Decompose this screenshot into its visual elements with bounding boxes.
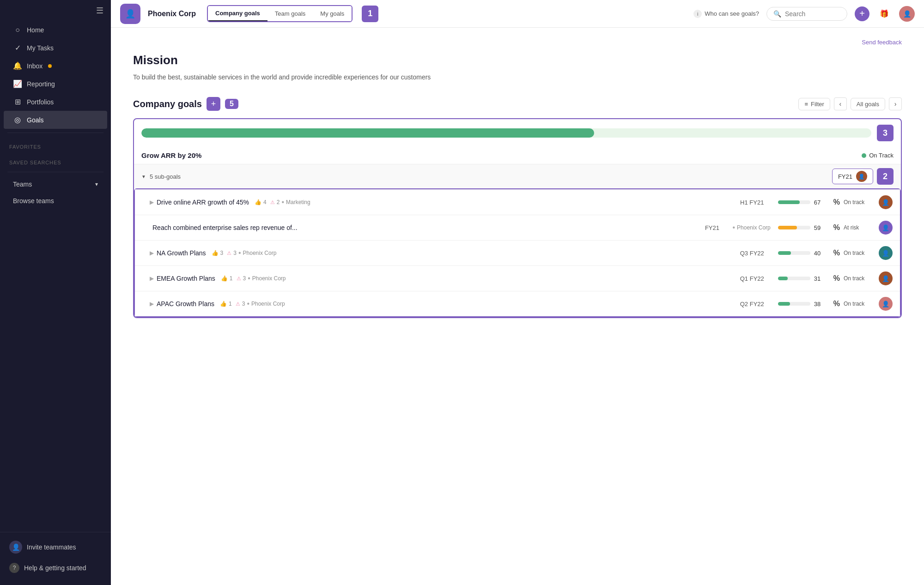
like-icon: 👍 — [212, 250, 219, 256]
sub-goals-label: 5 sub-goals — [150, 173, 181, 180]
sub-goal-warnings: ⚠ 3 — [227, 250, 237, 256]
send-feedback-link[interactable]: Send feedback — [133, 39, 902, 46]
expand-icon[interactable]: ▼ — [141, 174, 146, 179]
filter-button[interactable]: ≡ Filter — [798, 98, 830, 110]
org-name: Phoenix Corp — [148, 10, 196, 18]
tab-my-goals[interactable]: My goals — [313, 6, 352, 21]
sidebar-teams-section[interactable]: Teams ▾ — [4, 176, 107, 193]
mini-progress-fill — [778, 251, 791, 255]
sub-goal-row-1[interactable]: ▶ Drive online ARR growth of 45% 👍 4 ⚠ 2… — [135, 189, 900, 215]
warning-icon: ⚠ — [237, 276, 241, 282]
sub-goal-row-5[interactable]: ▶ APAC Growth Plans 👍 1 ⚠ 3 • Phoenix Co… — [135, 291, 900, 316]
sub-goal-status: On track — [844, 275, 871, 282]
sub-goal-status: On track — [844, 301, 871, 307]
sidebar-toggle-button[interactable]: ☰ — [96, 6, 103, 16]
next-arrow-button[interactable]: › — [889, 97, 902, 110]
sub-goal-status: At risk — [844, 224, 871, 231]
like-count: 3 — [220, 250, 224, 256]
search-box[interactable]: 🔍 — [766, 7, 847, 21]
sidebar-item-label: Home — [27, 26, 44, 34]
tab-team-goals[interactable]: Team goals — [267, 6, 313, 21]
sub-goal-pct: 31 — [814, 275, 830, 282]
sub-goal-row-4[interactable]: ▶ EMEA Growth Plans 👍 1 ⚠ 3 • Phoenix Co… — [135, 265, 900, 291]
sub-goal-row-2[interactable]: Reach combined enterprise sales rep reve… — [135, 215, 900, 240]
annotation-badge-2: 2 — [877, 168, 894, 185]
warning-icon: ⚠ — [270, 199, 275, 205]
sub-goal-pct: 67 — [814, 199, 830, 206]
expand-icon[interactable]: ▶ — [150, 275, 154, 282]
sub-goal-period: Q3 FY22 — [734, 250, 771, 257]
period-avatar: 👤 — [856, 171, 867, 182]
mini-progress-fill — [778, 226, 797, 229]
notification-icon[interactable]: 🎁 — [877, 6, 892, 21]
sub-goal-name: NA Growth Plans — [157, 249, 206, 257]
warning-count: 3 — [242, 301, 245, 307]
expand-icon[interactable]: ▶ — [150, 301, 154, 307]
warning-count: 2 — [277, 199, 280, 205]
mini-progress-bar — [778, 277, 810, 280]
like-icon: 👍 — [220, 301, 227, 307]
sidebar-item-browse-teams[interactable]: Browse teams — [4, 193, 107, 209]
annotation-badge-3: 3 — [877, 125, 894, 141]
sub-goal-team: Phoenix Corp — [251, 301, 285, 307]
add-goal-button[interactable]: + — [207, 97, 220, 111]
prev-arrow-button[interactable]: ‹ — [834, 97, 847, 110]
sub-goal-period: Q2 FY22 — [734, 301, 771, 308]
like-count: 4 — [263, 199, 267, 205]
goals-header: Company goals + 5 ≡ Filter ‹ All goals › — [133, 97, 902, 111]
sidebar-item-home[interactable]: ○ Home — [4, 21, 107, 39]
sidebar-item-goals[interactable]: ◎ Goals — [4, 111, 107, 129]
filter-label: Filter — [811, 101, 824, 108]
tab-company-goals[interactable]: Company goals — [208, 6, 267, 21]
sub-goal-period: FY21 — [693, 224, 730, 231]
sidebar-bottom: 👤 Invite teammates ? Help & getting star… — [0, 532, 111, 585]
goal-main-row: Grow ARR by 20% On Track — [134, 147, 901, 164]
expand-icon[interactable]: ▶ — [150, 199, 154, 205]
like-count: 1 — [230, 275, 233, 282]
goal-progress-header: 3 — [134, 119, 901, 147]
search-icon: 🔍 — [773, 10, 781, 18]
sidebar-item-label: Reporting — [27, 80, 55, 88]
sub-goal-likes: 👍 3 — [212, 250, 224, 256]
sidebar-item-inbox[interactable]: 🔔 Inbox — [4, 57, 107, 75]
who-can-see-button[interactable]: i Who can see goals? — [693, 10, 759, 18]
goals-icon: ◎ — [13, 115, 22, 124]
sub-goal-likes: 👍 1 — [221, 275, 233, 282]
like-icon: 👍 — [255, 199, 261, 205]
sub-goal-row-3[interactable]: ▶ NA Growth Plans 👍 3 ⚠ 3 • Phoenix Corp… — [135, 240, 900, 265]
sub-goal-progress: 59% At risk — [778, 223, 871, 232]
expand-icon[interactable]: ▶ — [150, 250, 154, 256]
on-track-label: On Track — [869, 152, 894, 159]
help-label: Help & getting started — [24, 564, 86, 572]
favorites-label: Favorites — [0, 137, 111, 152]
inbox-notification-badge — [48, 64, 52, 68]
invite-avatar: 👤 — [9, 541, 22, 554]
sidebar-item-my-tasks[interactable]: ✓ My Tasks — [4, 39, 107, 57]
mini-progress-bar — [778, 200, 810, 204]
sub-goal-name: Reach combined enterprise sales rep reve… — [152, 224, 298, 231]
mini-progress-bar — [778, 251, 810, 255]
sub-goal-avatar: 👤 — [879, 221, 893, 235]
sidebar-item-portfolios[interactable]: ⊞ Portfolios — [4, 93, 107, 111]
sub-goal-name: EMEA Growth Plans — [157, 275, 215, 282]
goals-section-title: Company goals — [133, 99, 202, 109]
sidebar-divider-1 — [7, 133, 103, 133]
help-item[interactable]: ? Help & getting started — [0, 558, 111, 578]
search-input[interactable] — [785, 10, 840, 18]
sub-goals-list: ▶ Drive online ARR growth of 45% 👍 4 ⚠ 2… — [134, 188, 901, 317]
add-button[interactable]: + — [855, 6, 869, 21]
help-icon: ? — [9, 563, 19, 573]
sidebar-item-label: Goals — [27, 116, 44, 124]
filter-icon: ≡ — [804, 101, 808, 108]
like-icon: 👍 — [221, 275, 228, 282]
sub-goal-avatar: 👤 — [879, 297, 893, 311]
goal-name[interactable]: Grow ARR by 20% — [141, 151, 862, 159]
green-dot-icon — [862, 153, 866, 158]
fy-period-badge: FY21 👤 — [832, 169, 873, 184]
user-avatar[interactable]: 👤 — [899, 6, 915, 22]
sidebar-item-reporting[interactable]: 📈 Reporting — [4, 75, 107, 93]
on-track-badge: On Track — [862, 152, 894, 159]
sub-goal-team: Phoenix Corp — [252, 275, 286, 282]
all-goals-button[interactable]: All goals — [851, 98, 885, 110]
invite-teammates-item[interactable]: 👤 Invite teammates — [0, 536, 111, 558]
